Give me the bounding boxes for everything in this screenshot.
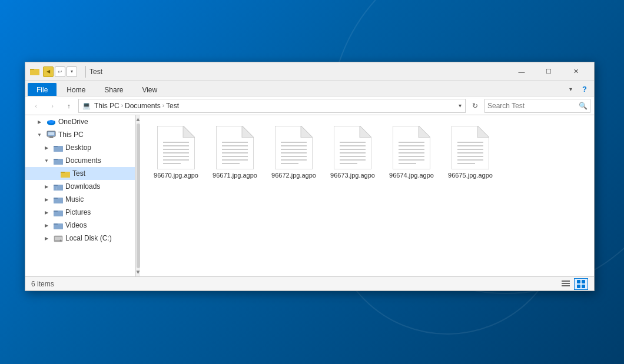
sidebar-item-pictures[interactable]: ▶ Pictures <box>25 206 135 219</box>
file-item-5[interactable]: 96675.jpg.agpo <box>444 122 497 182</box>
svg-rect-34 <box>55 237 62 240</box>
svg-marker-64 <box>360 126 371 138</box>
scroll-up-btn[interactable]: ▲ <box>135 116 140 122</box>
scroll-thumb[interactable] <box>137 123 140 268</box>
tab-file[interactable]: File <box>28 83 57 96</box>
view-mode-buttons <box>559 278 588 290</box>
documents-folder-icon <box>54 156 63 165</box>
file-item-3[interactable]: 96673.jpg.agpo <box>326 122 379 182</box>
pictures-folder-icon <box>54 208 63 217</box>
path-dropdown[interactable]: ▾ <box>459 102 462 109</box>
sidebar-item-downloads[interactable]: ▶ ↓ Downloads <box>25 180 135 193</box>
quick-access-btn3[interactable]: ▾ <box>67 66 77 77</box>
file-item-2[interactable]: 96672.jpg.agpo <box>267 122 320 182</box>
tab-share[interactable]: Share <box>95 83 132 96</box>
svg-marker-46 <box>242 126 254 138</box>
path-this-pc[interactable]: This PC <box>93 102 121 110</box>
svg-marker-82 <box>477 126 489 138</box>
file-item-4[interactable]: 96674.jpg.agpo <box>385 122 438 182</box>
quick-access-toolbar: ◀ ↩ ▾ <box>30 66 77 77</box>
svg-rect-19 <box>61 173 70 178</box>
expand-icon-music: ▶ <box>42 195 51 204</box>
sidebar-item-test[interactable]: Test <box>25 167 135 180</box>
explorer-window: ◀ ↩ ▾ Test — ☐ ✕ File Home Share View ▾ … <box>25 62 595 291</box>
file-area: 96670.jpg.agpo 96671 <box>140 115 594 276</box>
sidebar-label-desktop: Desktop <box>65 143 91 152</box>
expand-icon-test <box>49 169 58 178</box>
ribbon-help[interactable]: ? <box>577 82 592 96</box>
svg-rect-92 <box>562 285 570 286</box>
sidebar-label-this-pc: This PC <box>58 131 84 139</box>
maximize-button[interactable]: ☐ <box>535 62 562 81</box>
file-name-3: 96673.jpg.agpo <box>330 172 375 179</box>
file-item-1[interactable]: 96671.jpg.agpo <box>208 122 261 182</box>
expand-icon-downloads: ▶ <box>42 182 51 191</box>
path-test[interactable]: Test <box>165 102 180 110</box>
sidebar-item-videos[interactable]: ▶ Videos <box>25 219 135 232</box>
large-icons-view-button[interactable] <box>574 278 588 290</box>
svg-rect-32 <box>54 225 63 229</box>
status-item-count: 6 items <box>31 280 554 288</box>
address-path[interactable]: 💻 This PC › Documents › Test ▾ <box>78 99 466 113</box>
sidebar-label-documents: Documents <box>65 156 101 165</box>
tab-view[interactable]: View <box>133 83 166 96</box>
sidebar-item-this-pc[interactable]: ▼ This PC <box>25 128 135 141</box>
search-icon[interactable]: 🔍 <box>579 102 588 110</box>
status-bar: 6 items <box>25 276 594 290</box>
file-icon-2 <box>275 126 313 169</box>
back-button[interactable]: ‹ <box>29 99 43 113</box>
sidebar-label-downloads: Downloads <box>65 182 100 191</box>
path-computer-icon: 💻 <box>82 102 91 109</box>
expand-icon-pictures: ▶ <box>42 208 51 217</box>
svg-rect-90 <box>562 280 570 282</box>
svg-rect-26 <box>54 199 63 203</box>
sidebar-item-local-disk[interactable]: ▶ Local Disk (C:) <box>25 232 135 245</box>
videos-folder-icon <box>54 221 63 230</box>
sidebar-label-test: Test <box>72 169 85 178</box>
svg-point-6 <box>48 120 54 123</box>
sidebar-label-videos: Videos <box>65 221 87 229</box>
minimize-button[interactable]: — <box>508 62 535 81</box>
title-separator <box>85 66 86 78</box>
search-input[interactable] <box>487 102 576 110</box>
svg-rect-93 <box>577 280 580 283</box>
downloads-folder-icon: ↓ <box>54 182 63 191</box>
close-button[interactable]: ✕ <box>562 62 589 81</box>
desktop-folder-icon <box>54 143 63 152</box>
tab-home[interactable]: Home <box>58 83 94 96</box>
scroll-down-btn[interactable]: ▼ <box>135 269 140 275</box>
sidebar-scrollbar[interactable]: ▲ ▼ <box>135 115 140 276</box>
path-documents[interactable]: Documents <box>124 102 162 110</box>
music-folder-icon <box>54 195 63 204</box>
details-view-button[interactable] <box>559 278 573 290</box>
svg-rect-10 <box>48 138 54 138</box>
svg-text:↓: ↓ <box>56 186 58 190</box>
file-name-1: 96671.jpg.agpo <box>213 172 257 179</box>
expand-icon-this-pc: ▼ <box>35 130 44 139</box>
expand-icon-local-disk: ▶ <box>42 233 51 243</box>
file-name-5: 96675.jpg.agpo <box>448 172 493 179</box>
refresh-button[interactable]: ↻ <box>468 99 482 113</box>
file-item-0[interactable]: 96670.jpg.agpo <box>150 122 203 182</box>
quick-access-btn1[interactable]: ◀ <box>43 66 54 77</box>
onedrive-icon <box>47 117 56 126</box>
ribbon-tabs: File Home Share View ▾ ? <box>25 81 594 96</box>
sidebar-item-desktop[interactable]: ▶ Desktop <box>25 141 135 154</box>
sidebar: ▶ OneDrive ▼ <box>25 115 135 276</box>
expand-icon-videos: ▶ <box>42 221 51 230</box>
file-icon-4 <box>393 126 430 169</box>
ribbon-chevron[interactable]: ▾ <box>563 82 577 96</box>
sidebar-item-music[interactable]: ▶ Music <box>25 193 135 206</box>
svg-rect-8 <box>48 132 54 135</box>
quick-access-btn2[interactable]: ↩ <box>55 66 65 77</box>
svg-rect-91 <box>562 283 570 284</box>
sidebar-item-onedrive[interactable]: ▶ OneDrive <box>25 115 135 128</box>
file-icon-1 <box>216 126 254 169</box>
titlebar-folder-icon <box>30 66 39 76</box>
forward-button[interactable]: › <box>45 99 59 113</box>
test-folder-icon <box>61 169 70 178</box>
sidebar-label-local-disk: Local Disk (C:) <box>65 234 112 242</box>
up-button[interactable]: ↑ <box>62 99 76 113</box>
sidebar-item-documents[interactable]: ▼ Documents <box>25 154 135 167</box>
svg-rect-16 <box>54 160 63 165</box>
